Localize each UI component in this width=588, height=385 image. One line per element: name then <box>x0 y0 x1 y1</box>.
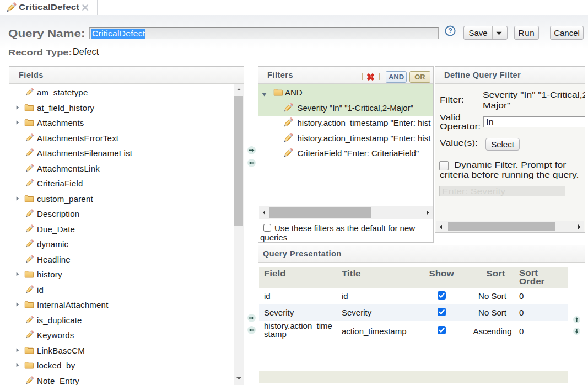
svg-text:?: ? <box>448 27 452 35</box>
